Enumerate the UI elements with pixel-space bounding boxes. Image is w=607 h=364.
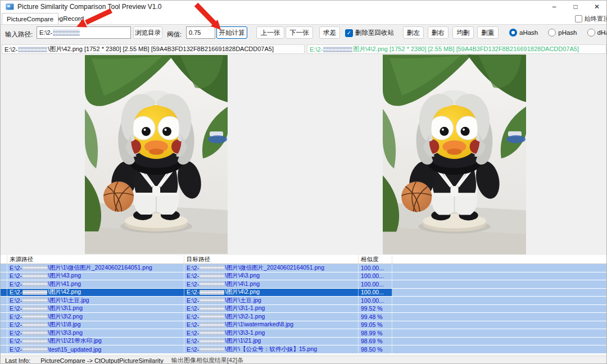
row-header-corner [1, 255, 7, 263]
source-path-cell[interactable]: E:\2-\图片\1\微信图片_20240602164051.png [7, 264, 184, 272]
similarity-cell[interactable]: 100.00... [359, 272, 392, 280]
source-path-cell[interactable]: E:\2-\图片\3\3.png [7, 329, 184, 337]
checkbox-checked-icon[interactable]: ✓ [345, 29, 353, 37]
similarity-cell[interactable]: 100.00... [359, 289, 392, 297]
row-header-cell[interactable] [1, 289, 7, 297]
table-row[interactable]: E:\2-\图片\3\2.pngE:\2-\图片\3\2-1.png99.48 … [1, 313, 607, 321]
censored-path-blur [200, 322, 224, 327]
table-row[interactable]: E:\2-\图片\1\土豆.jpgE:\2-\图片\土豆.jpg100.00..… [1, 297, 607, 305]
recycle-bin-checkbox[interactable]: ✓ 删除至回收站 [345, 29, 394, 37]
row-header-cell[interactable] [1, 313, 7, 321]
difference-button[interactable]: 求差 [319, 26, 340, 39]
similarity-cell[interactable]: 98.69 % [359, 338, 392, 345]
previous-image-button[interactable]: 上一张 [256, 26, 284, 39]
target-path-column-header[interactable]: 目标路径 [184, 255, 359, 263]
target-path-cell[interactable]: E:\2-\图片\3\3-1.png [184, 329, 359, 337]
radio-unselected-icon[interactable] [548, 29, 556, 37]
target-path-cell[interactable]: E:\2-\图片\1\watermarked\8.jpg [184, 321, 359, 329]
browse-directory-button[interactable]: 浏览目录 [133, 26, 162, 39]
source-path-cell[interactable]: E:\2-\图片\3\1.png [7, 305, 184, 313]
hash-radio-phash[interactable]: pHash [548, 29, 577, 37]
source-path-column-header[interactable]: 来源路径 [7, 255, 184, 263]
table-row[interactable]: E:\2-\图片\43.pngE:\2-\图片\4\3.png100.00... [1, 272, 607, 281]
checkbox-unchecked-icon[interactable] [575, 15, 582, 22]
row-header-cell[interactable] [1, 272, 7, 280]
similarity-cell[interactable]: 98.99 % [359, 329, 392, 337]
table-row[interactable]: E:\2-\图片\3\3.pngE:\2-\图片\3\3-1.png98.99 … [1, 329, 607, 338]
censored-path-blur [53, 29, 80, 36]
target-path-cell[interactable]: E:\2-\图片\4\3.png [184, 272, 359, 280]
similarity-cell[interactable]: 100.00... [359, 280, 392, 288]
similarity-cell[interactable]: 100.00... [359, 264, 392, 272]
table-row[interactable]: E:\2-\图片\1\微信图片_20240602164051.pngE:\2-\… [1, 264, 607, 272]
radio-unselected-icon[interactable] [587, 29, 595, 37]
censored-path-blur [18, 47, 47, 52]
similarity-cell[interactable]: 99.52 % [359, 305, 392, 313]
table-row[interactable]: E:\2-\图片\42.pngE:\2-\图片\4\2.png100.00... [1, 289, 607, 297]
row-header-cell[interactable] [1, 321, 7, 329]
censored-path-blur [22, 330, 47, 335]
recycle-bin-label: 删除至回收站 [355, 29, 394, 37]
target-path-cell[interactable]: E:\2-\图片\土豆.jpg [184, 297, 359, 304]
table-row[interactable]: E:\2-\图片\41.pngE:\2-\图片\4\1.png100.00... [1, 280, 607, 289]
close-icon[interactable]: ✕ [586, 1, 607, 13]
title-bar[interactable]: Picture Similarity Comparison Tool Previ… [1, 1, 607, 13]
tab-picturecompare[interactable]: PictureCompare [2, 13, 58, 24]
delete-duplicate-button[interactable]: 删重 [477, 26, 499, 39]
table-row[interactable]: E:\2-\图片\1\21带水印.jpgE:\2-\图片\1\21.jpg98.… [1, 338, 607, 346]
delete-left-button[interactable]: 删左 [403, 26, 424, 39]
target-path-cell[interactable]: E:\2-\图片\3\1-1.png [184, 305, 359, 313]
hash-radio-label: dHash [597, 29, 607, 36]
similarity-cell[interactable]: 99.48 % [359, 313, 392, 321]
target-path-cell[interactable]: E:\2-\图片\【公众号：软件小妹】15.png [184, 345, 359, 353]
minimize-icon[interactable]: – [543, 1, 565, 13]
source-path-cell[interactable]: E:\2-\图片\43.png [7, 272, 184, 280]
target-path-cell[interactable]: E:\2-\图片\3\2-1.png [184, 313, 359, 321]
maximize-icon[interactable]: □ [565, 1, 586, 13]
always-on-top-checkbox[interactable]: 始终置顶 [575, 15, 607, 23]
row-header-cell[interactable] [1, 264, 7, 272]
target-path-cell[interactable]: E:\2-\图片\1\21.jpg [184, 338, 359, 345]
source-path-cell[interactable]: E:\2-\图片\1\21带水印.jpg [7, 338, 184, 345]
similarity-column-header[interactable]: 相似度 [359, 255, 392, 263]
target-path-cell[interactable]: E:\2-\图片\4\2.png [184, 289, 359, 297]
similarity-cell[interactable]: 100.00... [359, 297, 392, 304]
censored-path-blur [200, 265, 224, 270]
row-header-cell[interactable] [1, 338, 7, 345]
target-image-preview[interactable] [383, 54, 526, 254]
radio-selected-icon[interactable] [509, 29, 517, 37]
delete-right-button[interactable]: 删右 [428, 26, 449, 39]
source-path-cell[interactable]: E:\2-\图片\42.png [7, 289, 184, 297]
row-header-cell[interactable] [1, 280, 7, 288]
hash-radio-dhash[interactable]: dHash [587, 29, 607, 37]
start-calculation-button[interactable]: 开始计算 [216, 26, 247, 39]
next-image-button[interactable]: 下一张 [286, 26, 313, 39]
censored-path-blur [200, 330, 224, 335]
table-header-row: 来源路径 目标路径 相似度 [1, 255, 607, 264]
source-path-cell[interactable]: E:\2-\图片\3\2.png [7, 313, 184, 321]
tab-page: 输入路径: E:\2- 浏览目录 阀值: 0.75 开始计算 上一张 下一张 求… [1, 24, 607, 356]
source-path-cell[interactable]: E:\2-\图片\41.png [7, 280, 184, 288]
table-row[interactable]: E:\2-\图片\1\8.jpgE:\2-\图片\1\watermarked\8… [1, 321, 607, 330]
input-path-field[interactable]: E:\2- [37, 26, 131, 39]
similarity-results-table[interactable]: 来源路径 目标路径 相似度 E:\2-\图片\1\微信图片_2024060216… [1, 255, 607, 356]
filler-cell [392, 289, 607, 297]
delete-both-button[interactable]: 均删 [452, 26, 474, 39]
similarity-cell[interactable]: 98.50 % [359, 345, 392, 353]
table-row[interactable]: E:\2-\test\15_updated.jpgE:\2-\图片\【公众号：软… [1, 345, 607, 354]
filler-cell [392, 305, 607, 313]
row-header-cell[interactable] [1, 305, 7, 313]
row-header-cell[interactable] [1, 345, 7, 353]
table-row[interactable]: E:\2-\图片\3\1.pngE:\2-\图片\3\1-1.png99.52 … [1, 305, 607, 313]
row-header-cell[interactable] [1, 329, 7, 337]
source-path-cell[interactable]: E:\2-\test\15_updated.jpg [7, 345, 184, 353]
target-path-cell[interactable]: E:\2-\图片\4\1.png [184, 280, 359, 288]
target-path-cell[interactable]: E:\2-\图片\微信图片_20240602164051.png [184, 264, 359, 272]
hash-radio-ahash[interactable]: aHash [509, 29, 538, 37]
source-path-cell[interactable]: E:\2-\图片\1\土豆.jpg [7, 297, 184, 304]
row-header-cell[interactable] [1, 297, 7, 304]
threshold-field[interactable]: 0.75 [186, 26, 215, 39]
similarity-cell[interactable]: 99.05 % [359, 321, 392, 329]
source-image-preview[interactable] [85, 54, 228, 254]
source-path-cell[interactable]: E:\2-\图片\1\8.jpg [7, 321, 184, 329]
